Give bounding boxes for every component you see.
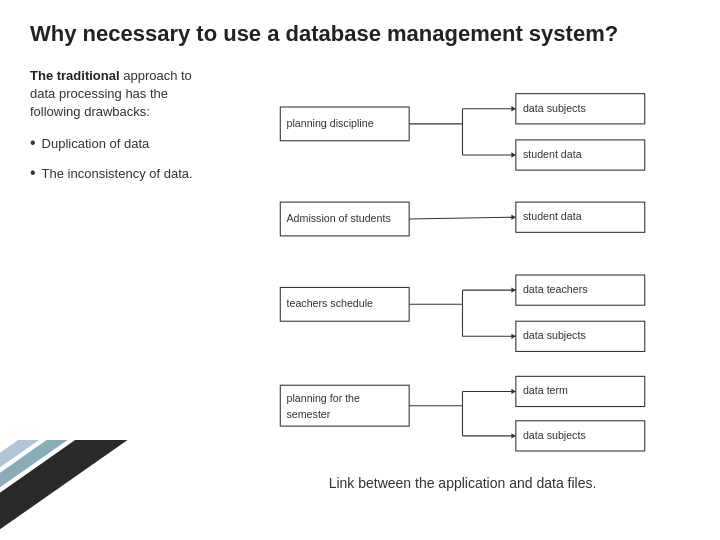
arrow-pd-ds1 [511, 106, 515, 111]
label-student-data-2: student data [523, 210, 582, 222]
footer-text: Link between the application and data fi… [235, 475, 690, 491]
diagram-area: planning discipline Admission of student… [235, 67, 690, 491]
bullet-inconsistency: • The inconsistency of data. [30, 165, 215, 183]
arrow-adm-sd2 [511, 214, 515, 219]
label-planning-semester-line2: semester [287, 408, 331, 420]
label-data-teachers: data teachers [523, 283, 588, 295]
bullet-dot-2: • [30, 165, 36, 181]
traditional-description: The traditional approach to data process… [30, 67, 215, 122]
arrow-ts-dt [511, 287, 515, 292]
label-planning-discipline: planning discipline [287, 116, 374, 128]
label-data-subjects-3: data subjects [523, 428, 586, 440]
traditional-label: The traditional [30, 68, 120, 83]
arrow-pd-sd1 [511, 152, 515, 157]
label-student-data-1: student data [523, 147, 582, 159]
label-data-subjects-1: data subjects [523, 101, 586, 113]
left-panel: The traditional approach to data process… [30, 67, 215, 491]
label-admission: Admission of students [287, 211, 391, 223]
arrow-ps-dterm [511, 388, 515, 393]
diagram-svg: planning discipline Admission of student… [235, 67, 690, 467]
label-data-term: data term [523, 384, 568, 396]
arrow-ts-ds2 [511, 333, 515, 338]
label-teachers-schedule: teachers schedule [287, 297, 374, 309]
bullet-duplication: • Duplication of data [30, 135, 215, 153]
label-planning-semester-line1: planning for the [287, 392, 361, 404]
page-title: Why necessary to use a database manageme… [30, 20, 690, 49]
line-adm-sd2 [409, 217, 516, 219]
bullet-dot-1: • [30, 135, 36, 151]
label-data-subjects-2: data subjects [523, 329, 586, 341]
bullet-text-1: Duplication of data [42, 135, 150, 153]
arrow-ps-ds3 [511, 433, 515, 438]
bullet-text-2: The inconsistency of data. [42, 165, 193, 183]
